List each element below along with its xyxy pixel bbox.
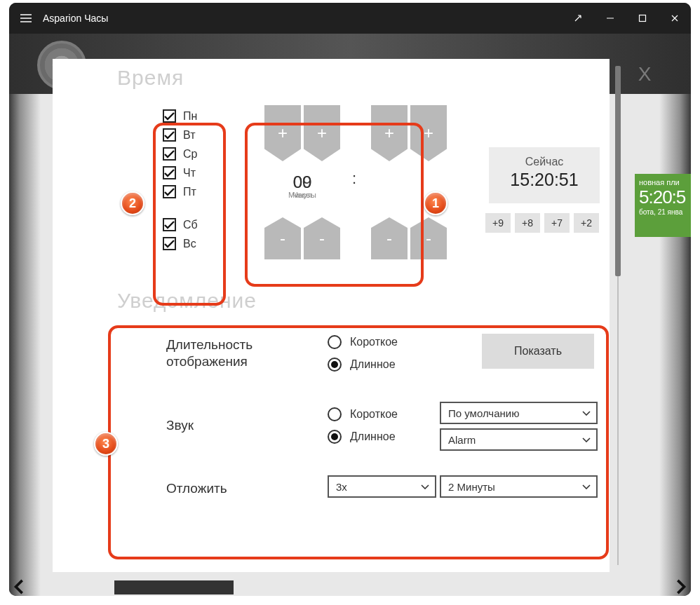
sound-long-select[interactable]: Alarm [440, 428, 598, 451]
hours-ones-down[interactable]: - [304, 217, 340, 259]
carousel-scrollbar[interactable] [114, 580, 234, 594]
select-value: По умолчанию [448, 407, 519, 419]
day-row-sat[interactable]: Сб [163, 215, 212, 234]
duration-short-radio[interactable]: Короткое [328, 331, 398, 353]
minutes-tens-up[interactable]: + [371, 105, 408, 161]
time-colon: : [349, 170, 359, 188]
chevron-down-icon [582, 484, 591, 489]
maximize-button[interactable] [626, 3, 659, 34]
sound-radio-group: Короткое Длинное [328, 403, 398, 448]
section-title-time: Время [117, 66, 610, 90]
sound-label: Звук [166, 417, 194, 434]
radio-label: Длинное [350, 358, 396, 371]
day-label: Пн [183, 110, 197, 123]
section-title-notification: Уведомление [117, 289, 610, 313]
hours-tens-up[interactable]: + [264, 105, 301, 161]
app-title: Asparion Часы [43, 13, 108, 24]
hamburger-icon[interactable] [9, 3, 43, 34]
show-button[interactable]: Показать [482, 334, 594, 369]
now-button[interactable]: Сейчас 15:20:51 [489, 147, 600, 203]
quick-offset-btn[interactable]: +2 [574, 213, 599, 233]
time-section: Пн Вт Ср Чт Пт [117, 93, 610, 289]
day-row-fri[interactable]: Пт [163, 182, 212, 201]
day-row-mon[interactable]: Пн [163, 107, 212, 125]
day-row-tue[interactable]: Вт [163, 125, 212, 144]
hours-ones-up[interactable]: + [304, 105, 340, 161]
day-row-sun[interactable]: Вс [163, 234, 212, 253]
minutes-value: 00 [264, 172, 340, 192]
select-value: Alarm [448, 434, 476, 446]
day-checkbox-group: Пн Вт Ср Чт Пт [163, 107, 212, 253]
tile-time: 5:20:5 [639, 187, 691, 208]
day-label: Пт [183, 186, 196, 198]
radio-label: Длинное [350, 430, 396, 443]
radio-icon[interactable] [328, 407, 342, 421]
quick-offset-btn[interactable]: +8 [515, 213, 540, 233]
checkbox-icon[interactable] [163, 147, 176, 161]
modal-scrollbar[interactable] [615, 66, 621, 565]
now-label: Сейчас [489, 156, 600, 168]
window-controls [562, 3, 691, 34]
scroll-thumb[interactable] [615, 66, 621, 276]
sound-long-radio[interactable]: Длинное [328, 426, 398, 448]
checkbox-icon[interactable] [163, 218, 176, 231]
bottom-nav [9, 575, 691, 596]
day-row-thu[interactable]: Чт [163, 163, 212, 182]
minutes-tens-down[interactable]: - [371, 217, 408, 259]
svg-rect-0 [640, 15, 646, 22]
now-time: 15:20:51 [489, 170, 600, 190]
clock-tile: новная пли 5:20:5 бота, 21 янва [635, 174, 691, 237]
day-label: Чт [183, 167, 196, 179]
modal-close-button[interactable]: X [631, 63, 659, 86]
checkbox-icon[interactable] [163, 166, 176, 179]
notification-section: Длительность отображения Короткое Длинно… [117, 315, 610, 540]
chevron-down-icon [582, 411, 591, 416]
radio-icon[interactable] [328, 358, 342, 372]
radio-label: Короткое [350, 336, 398, 348]
day-label: Вт [183, 129, 195, 142]
title-bar: Asparion Часы [9, 3, 691, 34]
chevron-down-icon [582, 437, 591, 442]
radio-label: Короткое [350, 408, 398, 421]
minutes-ones-down[interactable]: - [410, 217, 447, 259]
time-spinner: + - + - 09 Часы : + - [264, 105, 447, 259]
tile-date: бота, 21 янва [639, 208, 691, 217]
snooze-count-select[interactable]: 3x [328, 475, 436, 498]
minutes-ones-up[interactable]: + [410, 105, 447, 161]
snooze-label: Отложить [166, 480, 227, 497]
radio-icon[interactable] [328, 430, 342, 444]
quick-offset-btn[interactable]: +7 [544, 213, 570, 233]
restore-diag-icon[interactable] [562, 3, 594, 34]
checkbox-icon[interactable] [163, 109, 176, 123]
duration-label: Длительность отображения [166, 337, 253, 370]
day-label: Вс [183, 238, 196, 250]
duration-long-radio[interactable]: Длинное [328, 353, 398, 376]
quick-offset-btn[interactable]: +9 [485, 213, 511, 233]
close-button[interactable] [659, 3, 691, 34]
sound-short-radio[interactable]: Короткое [328, 403, 398, 426]
alarm-settings-modal: X Время Пн Вт Ср [53, 59, 610, 572]
checkbox-icon[interactable] [163, 128, 176, 142]
quick-offset-group: +9 +8 +7 +2 [485, 213, 603, 233]
hours-tens-down[interactable]: - [264, 217, 301, 259]
select-value: 3x [336, 481, 347, 493]
minimize-button[interactable] [594, 3, 626, 34]
chevron-down-icon [421, 484, 429, 489]
sound-short-select[interactable]: По умолчанию [440, 402, 598, 424]
nav-left-icon[interactable] [12, 579, 27, 594]
minutes-column: + - + - 00 Минуты [371, 105, 447, 259]
checkbox-icon[interactable] [163, 237, 176, 250]
app-window: Asparion Часы новная пли 5:20:5 бота, 21… [9, 3, 691, 596]
select-value: 2 Минуты [448, 481, 495, 493]
radio-icon[interactable] [328, 335, 342, 349]
checkbox-icon[interactable] [163, 185, 176, 198]
day-label: Сб [183, 219, 198, 231]
minutes-label: Минуты [264, 191, 340, 199]
day-label: Ср [183, 148, 197, 161]
day-row-wed[interactable]: Ср [163, 144, 212, 163]
tile-title: новная пли [639, 178, 691, 187]
duration-radio-group: Короткое Длинное [328, 331, 398, 376]
snooze-interval-select[interactable]: 2 Минуты [440, 475, 598, 498]
nav-right-icon[interactable] [673, 579, 688, 594]
